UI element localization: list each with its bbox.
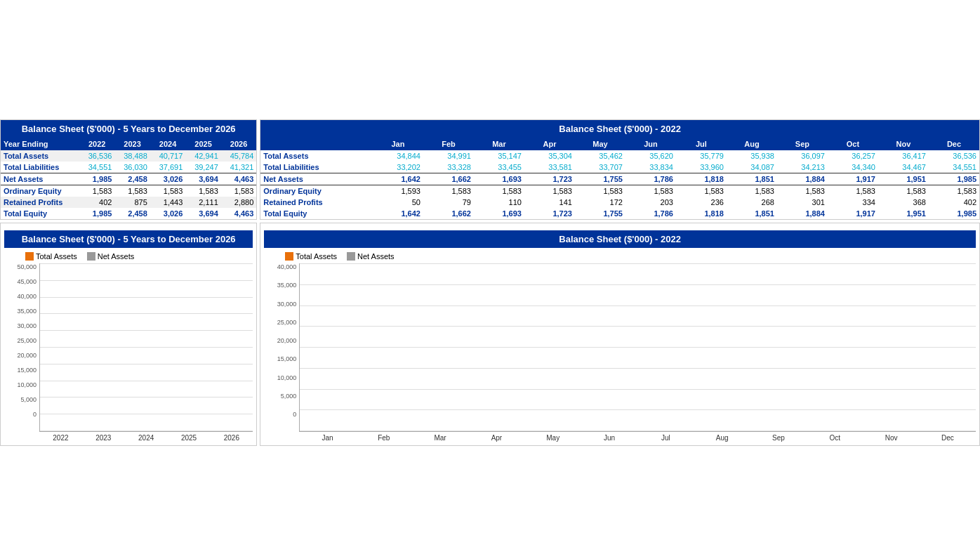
- legend-label-total-right: Total Assets: [296, 252, 337, 261]
- x-label: 2025: [168, 432, 211, 442]
- right-row-cell: 1,642: [373, 208, 423, 219]
- right-row-cell: 110: [474, 197, 524, 208]
- y-label: 40,000: [277, 263, 297, 270]
- right-row-cell: 1,985: [929, 208, 979, 219]
- left-row-cell: 2,111: [185, 197, 220, 208]
- left-table-header-row: Year Ending 2022 2023 2024 2025 2026: [1, 138, 256, 150]
- right-table-section: Balance Sheet ($'000) - 2022 JanFebMarAp…: [260, 119, 980, 220]
- right-row-cell: 1,583: [929, 185, 979, 197]
- right-row-cell: 1,583: [727, 185, 777, 197]
- right-row-cell: 172: [575, 197, 625, 208]
- right-chart-area: 40,00035,00030,00025,00020,00015,00010,0…: [264, 263, 976, 432]
- legend-box-orange-left: [25, 252, 34, 261]
- x-label: Jun: [581, 432, 637, 442]
- grid-line: [300, 389, 976, 390]
- grid-line: [300, 431, 976, 431]
- right-row-cell: 1,662: [423, 208, 474, 219]
- left-row-cell: 34,551: [79, 162, 114, 173]
- left-col-2022: 2022: [79, 138, 114, 150]
- left-row-cell: 2,458: [114, 173, 150, 185]
- grid-line: [40, 414, 253, 414]
- left-col-year: Year Ending: [1, 138, 79, 150]
- y-label: 35,000: [17, 308, 37, 315]
- left-row-cell: 3,694: [185, 173, 220, 185]
- right-row-cell: 34,991: [423, 150, 474, 162]
- left-col-2025: 2025: [185, 138, 220, 150]
- right-row-cell: 1,723: [524, 173, 575, 185]
- right-row-label: Total Assets: [260, 150, 373, 162]
- legend-box-gray-left: [87, 252, 95, 261]
- left-row-cell: 1,443: [150, 197, 185, 208]
- left-col-2026: 2026: [221, 138, 257, 150]
- grid-line: [300, 263, 976, 264]
- y-label: 15,000: [277, 355, 297, 362]
- right-col-blank: [260, 138, 373, 150]
- grid-line: [300, 368, 976, 369]
- legend-box-gray-right: [347, 252, 355, 261]
- x-label: Mar: [412, 432, 468, 442]
- right-row-cell: 1,884: [777, 208, 828, 219]
- left-chart-container: Balance Sheet ($'000) - 5 Years to Decem…: [0, 223, 257, 446]
- left-row-cell: 4,463: [221, 173, 257, 185]
- left-bars-area: [39, 263, 253, 432]
- right-row-cell: 35,779: [676, 150, 727, 162]
- left-row-cell: 1,985: [79, 208, 114, 219]
- legend-label-net-right: Net Assets: [357, 252, 395, 261]
- legend-label-net-left: Net Assets: [98, 252, 135, 261]
- x-label: 2022: [39, 432, 82, 442]
- left-row-label: Retained Profits: [1, 197, 79, 208]
- right-row-cell: 35,620: [625, 150, 676, 162]
- grid-line: [40, 280, 253, 281]
- left-row-cell: 36,030: [114, 162, 150, 173]
- right-row-label: Total Equity: [260, 208, 373, 219]
- left-x-labels: 20222023202420252026: [39, 432, 253, 442]
- right-chart-section: Balance Sheet ($'000) - 2022 Total Asset…: [260, 223, 980, 446]
- right-row-cell: 301: [777, 197, 828, 208]
- left-col-2023: 2023: [114, 138, 150, 150]
- right-row-cell: 1,642: [373, 173, 423, 185]
- y-label: 0: [33, 411, 37, 418]
- right-row-cell: 1,917: [828, 208, 878, 219]
- right-row-cell: 33,834: [625, 162, 676, 173]
- right-row-cell: 1,951: [878, 208, 929, 219]
- left-row-label: Total Equity: [1, 208, 79, 219]
- grid-line: [40, 330, 253, 331]
- left-row-cell: 2,458: [114, 208, 150, 219]
- left-table: Year Ending 2022 2023 2024 2025 2026 Tot…: [1, 138, 256, 219]
- left-row-cell: 2,880: [221, 197, 257, 208]
- grid-line: [40, 297, 253, 298]
- right-row-cell: 1,884: [777, 173, 828, 185]
- y-label: 50,000: [17, 263, 37, 270]
- grid-line: [40, 431, 253, 431]
- right-col-header: Oct: [828, 138, 878, 150]
- y-label: 40,000: [17, 293, 37, 300]
- right-row-cell: 236: [676, 197, 727, 208]
- right-row-cell: 1,786: [625, 208, 676, 219]
- left-row-label: Net Assets: [1, 173, 79, 185]
- left-row-cell: 1,583: [114, 185, 150, 197]
- right-row-cell: 1,583: [777, 185, 828, 197]
- right-table-title: Balance Sheet ($'000) - 2022: [260, 120, 979, 138]
- left-chart-area: 50,00045,00040,00035,00030,00025,00020,0…: [4, 263, 253, 432]
- right-row-cell: 1,662: [423, 173, 474, 185]
- right-col-header: Mar: [474, 138, 524, 150]
- left-table-title: Balance Sheet ($'000) - 5 Years to Decem…: [1, 120, 256, 138]
- right-col-header: Sep: [777, 138, 828, 150]
- left-table-container: Balance Sheet ($'000) - 5 Years to Decem…: [0, 119, 257, 220]
- right-row-cell: 1,693: [474, 208, 524, 219]
- right-row-cell: 1,755: [575, 208, 625, 219]
- x-label: Aug: [694, 432, 750, 442]
- y-label: 0: [293, 411, 296, 418]
- right-row-cell: 36,417: [878, 150, 929, 162]
- right-row-label: Net Assets: [260, 173, 373, 185]
- page: Balance Sheet ($'000) - 5 Years to Decem…: [0, 0, 980, 552]
- left-chart-section: Balance Sheet ($'000) - 5 Years to Decem…: [0, 223, 257, 446]
- grid-line: [40, 313, 253, 314]
- grid-line: [300, 347, 976, 348]
- right-row-cell: 35,147: [474, 150, 524, 162]
- left-col-2024: 2024: [150, 138, 185, 150]
- left-row-cell: 1,583: [221, 185, 257, 197]
- right-col-header: Dec: [929, 138, 979, 150]
- right-row-label: Total Liabilities: [260, 162, 373, 173]
- left-row-cell: 38,488: [114, 150, 150, 162]
